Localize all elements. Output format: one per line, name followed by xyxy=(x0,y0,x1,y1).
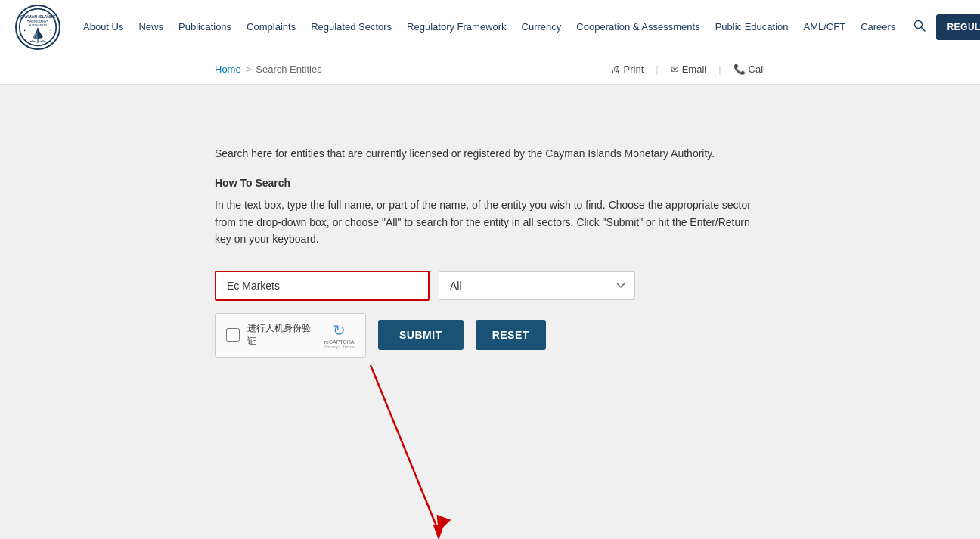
search-icon xyxy=(913,20,926,32)
svg-marker-15 xyxy=(432,514,451,534)
main-layout: Search here for entities that are curren… xyxy=(0,85,980,539)
search-icon-button[interactable] xyxy=(910,17,929,38)
email-icon: ✉ xyxy=(671,64,679,75)
search-input-row: All Banking Insurance Securities Trust C… xyxy=(215,271,744,301)
nav-currency[interactable]: Currency xyxy=(514,21,569,33)
recaptcha-brand: reCAPTCHA xyxy=(324,339,355,345)
description-text: Search here for entities that are curren… xyxy=(215,145,765,162)
divider-1: | xyxy=(656,64,658,75)
nav-amlcft[interactable]: AML/CFT xyxy=(796,21,854,33)
captcha-row: 进行人机身份验证 ↻ reCAPTCHA Privacy · Terms SUB… xyxy=(215,313,744,358)
how-to-search-title: How To Search xyxy=(215,177,765,189)
svg-text:AUTHORITY: AUTHORITY xyxy=(28,23,47,27)
search-form: All Banking Insurance Securities Trust C… xyxy=(215,271,744,358)
submit-button[interactable]: SUBMIT xyxy=(378,320,464,350)
content-section: Search here for entities that are curren… xyxy=(0,115,980,358)
captcha-label: 进行人机身份验证 xyxy=(247,322,316,348)
inner-content: Search here for entities that are curren… xyxy=(0,85,980,539)
main-content: Search here for entities that are curren… xyxy=(215,115,765,358)
svg-point-8 xyxy=(27,20,29,21)
email-link[interactable]: ✉ Email xyxy=(671,64,707,75)
svg-line-13 xyxy=(922,27,926,31)
divider-2: | xyxy=(718,64,721,75)
breadcrumb-bar: Home > Search Entities 🖨 Print | ✉ Email… xyxy=(0,54,980,85)
recaptcha-icon: ↻ xyxy=(333,321,346,339)
breadcrumb-actions: 🖨 Print | ✉ Email | 📞 Call xyxy=(611,64,765,75)
header: CAYMAN ISLANDS MONETARY AUTHORITY About … xyxy=(0,0,980,54)
svg-point-9 xyxy=(47,20,48,21)
search-input-wrapper xyxy=(215,271,430,301)
breadcrumb-home[interactable]: Home xyxy=(215,64,241,75)
arrow-annotation-area xyxy=(0,358,980,539)
arrow-svg xyxy=(0,358,980,539)
sector-dropdown[interactable]: All Banking Insurance Securities Trust C… xyxy=(439,271,635,300)
nav-cooperation[interactable]: Cooperation & Assessments xyxy=(569,21,707,33)
nav-about-us[interactable]: About Us xyxy=(76,21,131,33)
search-input[interactable] xyxy=(216,272,428,299)
nav-regulatory-framework[interactable]: Regulatory Framework xyxy=(399,21,514,33)
svg-text:CAYMAN ISLANDS: CAYMAN ISLANDS xyxy=(20,14,56,18)
header-right: REGULATED ENTITIES xyxy=(910,14,980,40)
main-nav: About Us News Publications Complaints Re… xyxy=(76,21,903,33)
regulated-entities-button[interactable]: REGULATED ENTITIES xyxy=(936,14,980,40)
nav-regulated-sectors[interactable]: Regulated Sectors xyxy=(303,21,399,33)
phone-icon: 📞 xyxy=(733,64,746,75)
svg-point-11 xyxy=(50,29,51,31)
svg-marker-16 xyxy=(433,525,444,539)
svg-line-14 xyxy=(371,365,439,531)
recaptcha-terms: Privacy · Terms xyxy=(324,345,355,349)
nav-publications[interactable]: Publications xyxy=(171,21,239,33)
nav-complaints[interactable]: Complaints xyxy=(239,21,303,33)
logo: CAYMAN ISLANDS MONETARY AUTHORITY xyxy=(15,5,60,50)
logo-area: CAYMAN ISLANDS MONETARY AUTHORITY xyxy=(15,5,60,50)
breadcrumb: Home > Search Entities xyxy=(215,64,322,75)
svg-text:MONETARY: MONETARY xyxy=(29,19,47,23)
nav-careers[interactable]: Careers xyxy=(853,21,903,33)
captcha-checkbox[interactable] xyxy=(226,328,240,342)
print-link[interactable]: 🖨 Print xyxy=(611,64,644,75)
captcha-box: 进行人机身份验证 ↻ reCAPTCHA Privacy · Terms xyxy=(215,313,366,358)
print-icon: 🖨 xyxy=(611,64,621,75)
call-link[interactable]: 📞 Call xyxy=(733,64,765,75)
recaptcha-logo: ↻ reCAPTCHA Privacy · Terms xyxy=(324,321,355,349)
instructions-text: In the text box, type the full name, or … xyxy=(215,197,765,247)
svg-point-10 xyxy=(24,29,26,31)
breadcrumb-current: Search Entities xyxy=(256,64,321,75)
nav-public-education[interactable]: Public Education xyxy=(708,21,796,33)
breadcrumb-separator: > xyxy=(246,64,252,75)
nav-news[interactable]: News xyxy=(131,21,171,33)
reset-button[interactable]: RESET xyxy=(476,320,546,350)
